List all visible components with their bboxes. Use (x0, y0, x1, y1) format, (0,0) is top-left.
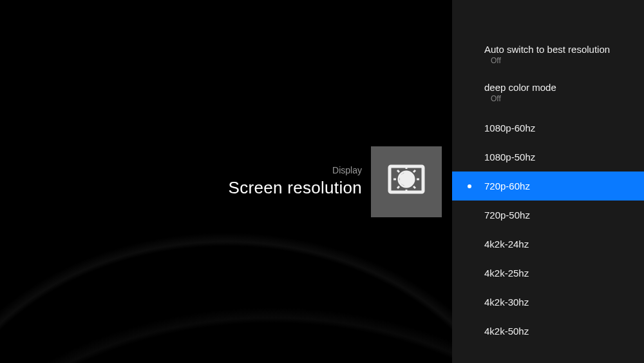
resolution-option-1080p-60hz[interactable]: 1080p-60hz (452, 113, 644, 142)
main-panel: Display Screen resolution (0, 0, 452, 363)
toggle-deep-color[interactable]: deep color mode Off (452, 75, 644, 110)
header-text: Display Screen resolution (229, 165, 362, 198)
toggle-label: deep color mode (484, 82, 644, 93)
svg-line-9 (413, 170, 415, 172)
resolution-option-4k2k-50hz[interactable]: 4k2k-50hz (452, 317, 644, 346)
svg-line-8 (397, 186, 399, 188)
resolution-option-1080p-50hz[interactable]: 1080p-50hz (452, 142, 644, 172)
resolution-label: 4k2k-30hz (484, 297, 644, 308)
options-panel: Auto switch to best resolution Off deep … (452, 0, 644, 363)
resolution-option-4k2k-25hz[interactable]: 4k2k-25hz (452, 259, 644, 288)
display-icon-tile (371, 146, 442, 217)
toggle-auto-switch[interactable]: Auto switch to best resolution Off (452, 37, 644, 72)
resolution-label: 720p-50hz (484, 210, 644, 221)
svg-line-7 (413, 186, 415, 188)
toggle-label: Auto switch to best resolution (484, 44, 644, 55)
toggle-value: Off (484, 94, 644, 103)
resolution-option-4k2k-30hz[interactable]: 4k2k-30hz (452, 288, 644, 317)
resolution-label: 4k2k-50hz (484, 326, 644, 337)
breadcrumb: Display (229, 165, 362, 175)
resolution-option-720p-60hz[interactable]: 720p-60hz (452, 172, 644, 201)
resolution-label: 4k2k-25hz (484, 268, 644, 279)
svg-line-6 (397, 170, 399, 172)
header-block: Display Screen resolution (229, 146, 442, 217)
resolution-label: 720p-60hz (484, 181, 644, 191)
resolution-label: 4k2k-24hz (484, 239, 644, 250)
selected-indicator-icon (468, 184, 471, 188)
resolution-option-4k2k-24hz[interactable]: 4k2k-24hz (452, 230, 644, 259)
toggle-value: Off (484, 56, 644, 65)
resolution-label: 1080p-50hz (484, 152, 644, 162)
resolution-option-720p-50hz[interactable]: 720p-50hz (452, 201, 644, 230)
resolution-label: 1080p-60hz (484, 123, 644, 133)
page-title: Screen resolution (229, 178, 362, 198)
brightness-display-icon (386, 160, 427, 204)
